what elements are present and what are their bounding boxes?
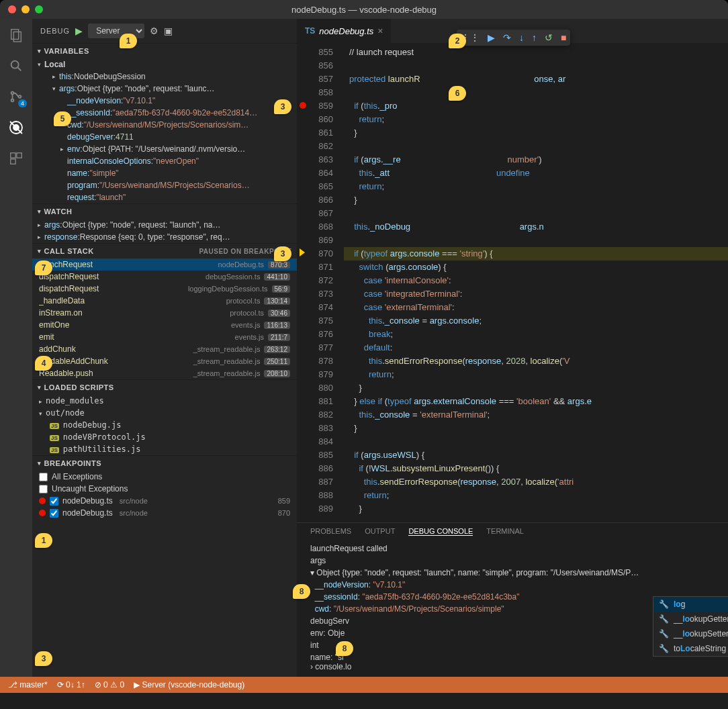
gear-icon[interactable]: ⚙	[150, 26, 158, 36]
minimize-window[interactable]	[21, 5, 30, 13]
problems-status[interactable]: ⊘ 0 ⚠ 0	[95, 680, 124, 690]
var-row[interactable]: cwd: "/Users/weinand/MS/Projects/Scenari…	[32, 119, 297, 131]
svg-point-2	[11, 61, 19, 68]
bp-checkbox[interactable]	[50, 509, 58, 518]
continue-button[interactable]: ▶	[488, 32, 495, 43]
var-row[interactable]: debugServer: 4711	[32, 131, 297, 143]
stack-frame[interactable]: emitOneevents.js116:13	[32, 319, 297, 331]
code-editor[interactable]: 8558568578588598608618628638648658668678…	[297, 43, 728, 522]
svg-point-5	[11, 99, 14, 102]
variables-header[interactable]: ▾VARIABLES	[32, 44, 297, 58]
stack-frame[interactable]: launchRequestnodeDebug.ts870:3	[32, 258, 297, 271]
suggest-item[interactable]: 🔧__lookupSetter__	[653, 626, 728, 641]
close-icon[interactable]: ×	[377, 26, 383, 36]
debug-toolbar[interactable]: ⋮⋮ ▶ ↷ ↓ ↑ ↺ ■	[457, 30, 570, 46]
var-row[interactable]: request: "launch"	[32, 191, 297, 203]
script-item[interactable]: JSpathUtilities.js	[32, 443, 297, 455]
breakpoint-row[interactable]: All Exceptions	[32, 471, 297, 483]
debug-title: DEBUG	[40, 27, 70, 35]
svg-point-9	[13, 125, 19, 130]
watch-row[interactable]: ▸response: Response {seq: 0, type: "resp…	[32, 231, 297, 243]
scm-icon[interactable]: 4	[7, 87, 26, 106]
start-debug-button[interactable]: ▶	[75, 26, 83, 36]
maximize-window[interactable]	[35, 5, 43, 13]
debug-config-select[interactable]: Server	[88, 23, 144, 38]
debug-console-icon[interactable]: ▣	[164, 26, 173, 36]
svg-rect-10	[11, 153, 15, 158]
panel-tab[interactable]: DEBUG CONSOLE	[408, 527, 473, 536]
callstack-header[interactable]: ▾CALL STACKPAUSED ON BREAKPOINT	[32, 244, 297, 258]
stack-frame[interactable]: dispatchRequestloggingDebugSession.ts56:…	[32, 283, 297, 295]
stack-frame[interactable]: inStream.onprotocol.ts30:46	[32, 307, 297, 319]
script-item[interactable]: ▸node_modules	[32, 395, 297, 407]
watch-row[interactable]: ▸args: Object {type: "node", request: "l…	[32, 219, 297, 231]
tab-label: nodeDebug.ts	[319, 26, 373, 36]
var-row[interactable]: ▸env: Object {PATH: "/Users/weinand/.nvm…	[32, 143, 297, 155]
explorer-icon[interactable]	[7, 26, 26, 44]
bp-checkbox[interactable]	[50, 497, 58, 506]
stack-frame[interactable]: addChunk_stream_readable.js263:12	[32, 343, 297, 355]
step-out-button[interactable]: ↑	[532, 32, 537, 43]
stack-frame[interactable]: emitevents.js211:7	[32, 331, 297, 343]
svg-rect-0	[11, 30, 19, 40]
panel-tab[interactable]: OUTPUT	[365, 527, 395, 536]
script-item[interactable]: JSnodeDebug.js	[32, 419, 297, 431]
typescript-icon: TS	[305, 26, 315, 36]
breakpoint-row[interactable]: nodeDebug.tssrc/node859	[32, 495, 297, 507]
bp-checkbox[interactable]	[39, 485, 48, 493]
suggest-item[interactable]: 🔧__lookupGetter__	[653, 612, 728, 626]
suggest-widget[interactable]: 🔧log🔧__lookupGetter__🔧__lookupSetter__🔧t…	[653, 596, 728, 657]
suggest-item[interactable]: 🔧toLocaleString	[653, 641, 728, 656]
tab-nodedebug[interactable]: TS nodeDebug.ts ×	[297, 19, 392, 43]
var-row[interactable]: __nodeVersion: "v7.10.1"	[32, 95, 297, 107]
scm-badge: 4	[18, 99, 27, 107]
stop-button[interactable]: ■	[561, 32, 566, 43]
svg-rect-11	[17, 153, 21, 158]
var-row[interactable]: name: "simple"	[32, 167, 297, 179]
svg-rect-12	[11, 159, 15, 164]
debug-icon[interactable]	[7, 118, 26, 137]
step-into-button[interactable]: ↓	[519, 32, 524, 43]
var-row[interactable]: ▸this: NodeDebugSession	[32, 70, 297, 83]
script-item[interactable]: JSnodeV8Protocol.js	[32, 431, 297, 443]
extensions-icon[interactable]	[7, 149, 26, 168]
git-branch[interactable]: ⎇ master*	[8, 680, 48, 690]
debug-console[interactable]: launchRequest calledargs▾ Object {type: …	[297, 540, 728, 677]
panel-tabs: PROBLEMSOUTPUTDEBUG CONSOLETERMINAL	[297, 523, 728, 540]
stack-frame[interactable]: Readable.push_stream_readable.js208:10	[32, 367, 297, 379]
activitybar: 4	[0, 19, 32, 677]
svg-rect-1	[13, 32, 21, 42]
sync-status[interactable]: ⟳ 0↓ 1↑	[57, 680, 85, 690]
scope-local[interactable]: ▾Local	[32, 58, 297, 70]
var-row[interactable]: internalConsoleOptions: "neverOpen"	[32, 155, 297, 167]
stack-frame[interactable]: readableAddChunk_stream_readable.js250:1…	[32, 355, 297, 367]
breakpoint-row[interactable]: nodeDebug.tssrc/node870	[32, 507, 297, 519]
stack-frame[interactable]: _handleDataprotocol.ts130:14	[32, 295, 297, 307]
window-title: nodeDebug.ts — vscode-node-debug	[291, 5, 437, 15]
step-over-button[interactable]: ↷	[503, 32, 511, 43]
var-row[interactable]: ▾args: Object {type: "node", request: "l…	[32, 83, 297, 95]
close-window[interactable]	[8, 5, 16, 13]
panel-tab[interactable]: PROBLEMS	[310, 527, 351, 536]
watch-header[interactable]: ▾WATCH	[32, 204, 297, 219]
script-item[interactable]: ▾out/node	[32, 407, 297, 419]
debug-sidebar: DEBUG ▶ Server ⚙ ▣ ▾VARIABLES ▾Local▸thi…	[32, 19, 297, 677]
svg-line-3	[18, 68, 21, 71]
breakpoint-row[interactable]: Uncaught Exceptions	[32, 483, 297, 495]
svg-point-4	[11, 92, 14, 95]
suggest-item[interactable]: 🔧log	[653, 597, 728, 612]
bp-checkbox[interactable]	[39, 473, 48, 481]
titlebar: nodeDebug.ts — vscode-node-debug	[0, 0, 728, 19]
debug-status[interactable]: ▶ Server (vscode-node-debug)	[134, 680, 244, 690]
restart-button[interactable]: ↺	[545, 32, 553, 43]
stack-frame[interactable]: dispatchRequestdebugSession.ts441:10	[32, 271, 297, 283]
search-icon[interactable]	[7, 56, 26, 75]
var-row[interactable]: __sessionId: "aeda75fb-637d-4660-9b2e-ee…	[32, 107, 297, 119]
panel-tab[interactable]: TERMINAL	[486, 527, 524, 536]
scripts-header[interactable]: ▾LOADED SCRIPTS	[32, 380, 297, 395]
statusbar: ⎇ master* ⟳ 0↓ 1↑ ⊘ 0 ⚠ 0 ▶ Server (vsco…	[0, 677, 728, 693]
breakpoints-header[interactable]: ▾BREAKPOINTS	[32, 456, 297, 471]
var-row[interactable]: program: "/Users/weinand/MS/Projects/Sce…	[32, 179, 297, 191]
svg-point-6	[19, 95, 21, 98]
